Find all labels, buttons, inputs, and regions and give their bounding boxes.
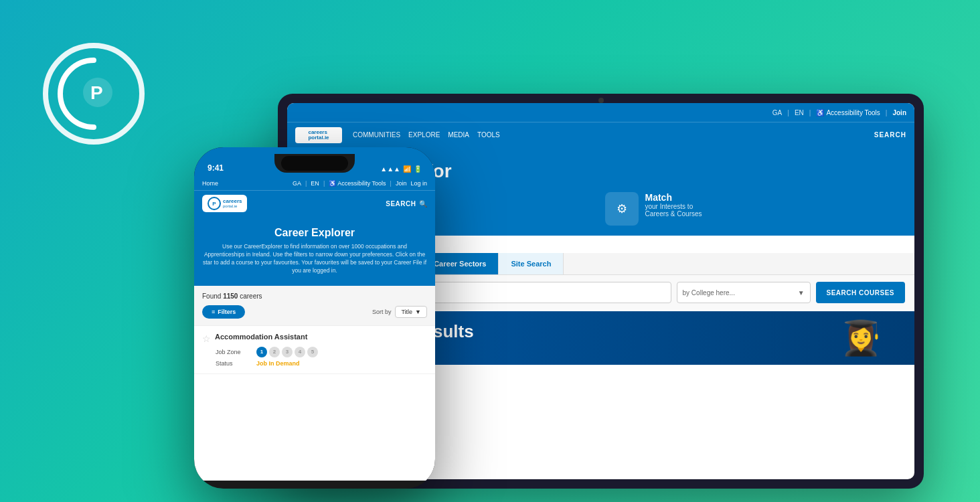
phone-sort-select[interactable]: Title ▼ [395, 306, 427, 318]
tablet-nav-items: COMMUNITIES EXPLORE MEDIA TOOLS [353, 131, 500, 139]
brand-logo: P [40, 40, 147, 150]
phone-notch-pill [281, 156, 348, 171]
tablet-nav-tools[interactable]: TOOLS [477, 131, 500, 139]
tablet-topbar: GA | EN | ♿ Accessibility Tools | Join [287, 103, 914, 122]
tablet-lang-ga[interactable]: GA [772, 109, 782, 116]
phone-results-header: Found 1150 careers ≡ Filters Sort by Tit… [194, 286, 435, 325]
phone-topnav-lang-group: GA | EN | ♿ Accessibility Tools | Join L… [293, 180, 427, 187]
phone-search-button-header[interactable]: SEARCH 🔍 [386, 200, 427, 207]
svg-text:P: P [90, 82, 103, 103]
list-item: ☆ Accommodation Assistant Job Zone 1 2 3… [194, 326, 435, 374]
tablet-join-link[interactable]: Join [892, 109, 906, 116]
battery-icon: 🔋 [414, 165, 422, 173]
tablet-search-courses-button[interactable]: SEARCH COURSES [816, 282, 905, 303]
phone-nav-ga[interactable]: GA [293, 180, 301, 187]
jobzone-dot-2: 2 [269, 347, 280, 357]
match-card-text: Match your Interests toCareers & Courses [645, 192, 702, 218]
college-select-chevron: ▼ [798, 289, 805, 297]
phone-hero-description: Use our CareerExplorer to find informati… [202, 243, 427, 275]
list-item-header: ☆ Accommodation Assistant [202, 333, 427, 344]
phone-topnav: Home GA | EN | ♿ Accessibility Tools | J… [194, 177, 435, 190]
phone-list: ☆ Accommodation Assistant Job Zone 1 2 3… [194, 325, 435, 374]
jobzone-dot-5: 5 [307, 347, 318, 357]
sort-chevron-icon: ▼ [415, 309, 421, 315]
phone-nav-join[interactable]: Join [396, 180, 407, 187]
phone-filters-row: ≡ Filters Sort by Title ▼ [202, 305, 427, 319]
match-icon: ⚙ [605, 192, 639, 226]
jobzone-dot-3: 3 [282, 347, 293, 357]
tablet-logo-text2: portal.ie [308, 135, 329, 141]
sort-option-label: Title [401, 309, 412, 315]
jobzone-dot-4: 4 [295, 347, 305, 357]
jobzone-dot-1: 1 [256, 347, 267, 357]
list-item-status-row: Status Job In Demand [202, 360, 427, 367]
tablet-camera [598, 98, 604, 103]
list-item-jobzone-row: Job Zone 1 2 3 4 5 [202, 347, 427, 357]
match-title: Match [645, 192, 702, 203]
tablet-nav-media[interactable]: MEDIA [448, 131, 469, 139]
accessibility-icon: ♿ [816, 109, 824, 116]
phone-nav-accessibility[interactable]: ♿ Accessibility Tools [329, 180, 386, 187]
tablet-nav-communities[interactable]: COMMUNITIES [353, 131, 400, 139]
tablet-banner-image: 👩‍🎓 [821, 311, 901, 365]
college-select-label: by College here... [683, 289, 735, 297]
phone-logo-text1: careers [223, 199, 242, 204]
tablet-logo[interactable]: careers portal.ie [295, 127, 342, 143]
phone-hero: Career Explorer Use our CareerExplorer t… [194, 216, 435, 286]
status-label: Status [216, 360, 252, 367]
phone-status-icons: ▲▲▲ 📶 🔋 [380, 165, 422, 173]
signal-icon: ▲▲▲ [380, 165, 400, 173]
favorite-star-icon[interactable]: ☆ [202, 333, 211, 344]
phone-logo-text2: portal.ie [223, 204, 242, 208]
tablet-lang-en[interactable]: EN [795, 109, 804, 116]
phone-nav-login[interactable]: Log in [410, 180, 427, 187]
phone-results-number: 1150 [223, 292, 238, 300]
phone-search-icon: 🔍 [419, 200, 428, 207]
phone-nav-home[interactable]: Home [202, 180, 218, 187]
wifi-icon: 📶 [403, 165, 411, 173]
tablet-nav-explore[interactable]: EXPLORE [408, 131, 440, 139]
phone-results-count: Found 1150 careers [202, 292, 427, 300]
phone-screen: Home GA | EN | ♿ Accessibility Tools | J… [194, 177, 435, 481]
list-item-title[interactable]: Accommodation Assistant [215, 333, 307, 341]
match-subtitle: your Interests toCareers & Courses [645, 203, 702, 218]
phone-logo[interactable]: P careers portal.ie [202, 195, 247, 212]
phone-nav-en[interactable]: EN [311, 180, 319, 187]
phone-hero-title: Career Explorer [202, 227, 427, 239]
tablet-accessibility[interactable]: ♿ Accessibility Tools [816, 109, 880, 116]
tablet-college-select[interactable]: by College here... ▼ [677, 282, 811, 303]
phone-sort-label: Sort by [372, 309, 392, 315]
tablet-search-label[interactable]: SEARCH [874, 131, 906, 139]
filter-icon: ≡ [212, 309, 215, 315]
phone-accessibility-icon: ♿ [329, 180, 336, 187]
jobzone-indicators: 1 2 3 4 5 [256, 347, 318, 357]
phone-header: P careers portal.ie SEARCH 🔍 [194, 190, 435, 216]
tablet-tab-site-search[interactable]: Site Search [499, 253, 564, 274]
phone-time: 9:41 [208, 163, 224, 173]
tablet-navbar: careers portal.ie COMMUNITIES EXPLORE ME… [287, 122, 914, 147]
tablet-hero-card-match[interactable]: ⚙ Match your Interests toCareers & Cours… [605, 192, 902, 226]
jobzone-label: Job Zone [216, 349, 252, 355]
phone-notch [274, 154, 355, 173]
phone-filters-button[interactable]: ≡ Filters [202, 305, 245, 319]
status-badge: Job In Demand [256, 360, 300, 367]
phone-search-label: SEARCH [386, 200, 416, 207]
phone-sort-row: Sort by Title ▼ [372, 306, 427, 318]
phone-device: 9:41 ▲▲▲ 📶 🔋 Home GA | EN | ♿ Accessibil… [194, 147, 435, 489]
